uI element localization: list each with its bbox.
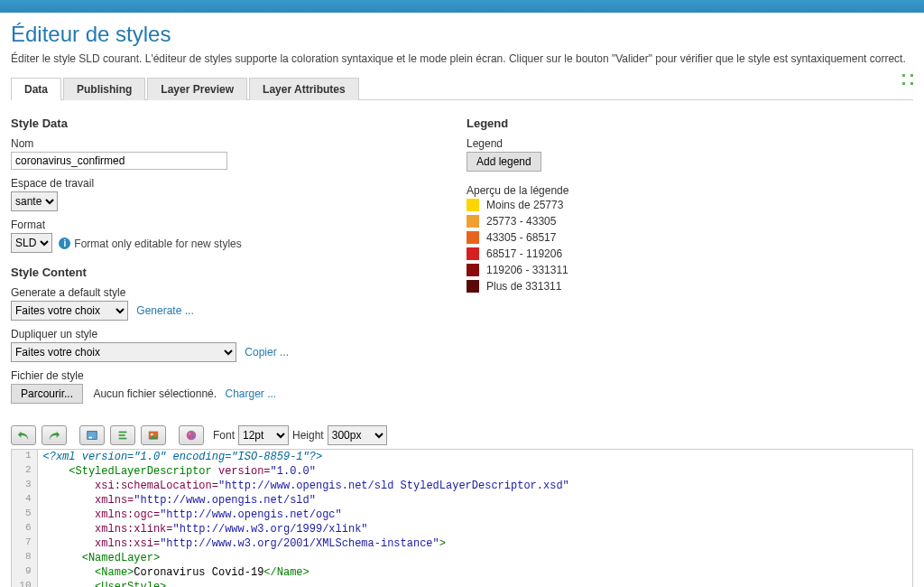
undo-icon[interactable] [11,425,36,445]
legend-swatch [467,199,479,211]
legend-row: Plus de 331311 [467,280,913,293]
svg-point-7 [187,431,197,441]
svg-point-9 [192,433,194,434]
name-label: Nom [11,137,457,150]
legend-swatch [467,264,479,276]
add-legend-button[interactable]: Add legend [467,152,541,172]
code-editor[interactable]: 1<?xml version="1.0" encoding="ISO-8859-… [11,449,913,587]
legend-item-label: 119206 - 331311 [486,264,568,276]
font-select[interactable]: 12pt [238,425,289,445]
style-data-heading: Style Data [11,116,457,130]
legend-item-label: Plus de 331311 [486,280,561,293]
legend-row: 68517 - 119206 [467,247,913,260]
page-title: Éditeur de styles [11,22,913,47]
workspace-label: Espace de travail [11,177,457,190]
legend-swatch [467,247,479,260]
choose-color-icon[interactable] [179,425,204,445]
legend-row: 119206 - 331311 [467,264,913,276]
file-label: Fichier de style [11,369,457,382]
legend-row: 25773 - 43305 [467,215,913,228]
tab-layer-attributes[interactable]: Layer Attributes [249,78,359,100]
load-link[interactable]: Charger ... [225,387,276,400]
legend-heading: Legend [467,116,913,130]
height-label: Height [292,429,324,442]
editor-toolbar: Font 12pt Height 300px [11,425,913,445]
format-hint: Format only editable for new styles [74,238,241,250]
page-desc: Éditer le style SLD courant. L'éditeur d… [11,52,913,65]
legend-item-label: 43305 - 68517 [486,231,556,244]
legend-item-label: 25773 - 43305 [486,215,556,228]
format-select[interactable]: SLD [11,233,52,253]
svg-point-8 [189,433,190,434]
generate-select[interactable]: Faites votre choix [11,301,128,321]
font-label: Font [213,429,235,442]
copy-link[interactable]: Copier ... [245,346,289,359]
copy-select[interactable]: Faites votre choix [11,342,236,362]
legend-label: Legend [467,137,913,150]
name-input[interactable] [11,152,227,170]
legend-swatch [467,215,479,228]
height-select[interactable]: 300px [328,425,387,445]
style-content-heading: Style Content [11,266,457,279]
info-icon: i [59,238,70,249]
tabs: DataPublishingLayer PreviewLayer Attribu… [11,78,913,100]
tab-publishing[interactable]: Publishing [63,78,145,100]
legend-preview-label: Aperçu de la légende [467,184,913,197]
redo-icon[interactable] [42,425,67,445]
fullscreen-icon[interactable] [902,74,913,85]
insert-image-icon[interactable] [141,425,166,445]
legend-swatch [467,231,479,244]
legend-row: Moins de 25773 [467,199,913,211]
browse-button[interactable]: Parcourir... [11,384,83,404]
tab-layer-preview[interactable]: Layer Preview [147,78,247,100]
tab-data[interactable]: Data [11,78,61,100]
copy-label: Dupliquer un style [11,328,457,340]
generate-link[interactable]: Generate ... [136,304,193,317]
top-bar [0,0,924,13]
workspace-select[interactable]: sante [11,191,58,211]
svg-point-11 [192,436,194,438]
file-none-text: Aucun fichier sélectionné. [93,387,217,400]
legend-item-label: 68517 - 119206 [486,247,562,260]
format-label: Format [11,219,457,231]
legend-swatch [467,280,479,293]
svg-rect-1 [89,437,93,439]
legend-row: 43305 - 68517 [467,231,913,244]
goto-line-icon[interactable] [79,425,105,445]
legend-item-label: Moins de 25773 [486,199,563,211]
svg-point-10 [189,436,190,438]
reformat-icon[interactable] [110,425,135,445]
generate-label: Generate a default style [11,286,457,299]
